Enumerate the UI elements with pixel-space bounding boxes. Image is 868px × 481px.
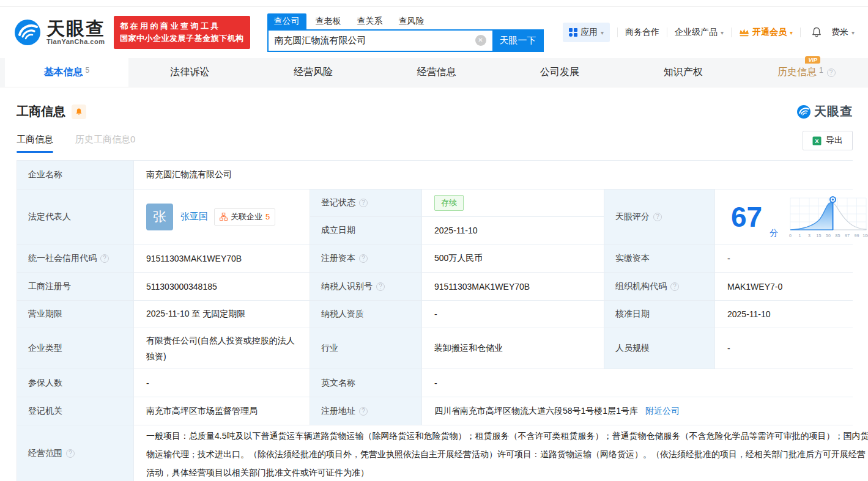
tab-history-count: 1: [819, 66, 823, 75]
field-label-business-scope: 经营范围 ?: [17, 425, 133, 481]
field-label-industry: 行业: [310, 328, 421, 369]
field-label-legal-rep: 法定代表人: [17, 189, 133, 244]
legal-rep-name-link[interactable]: 张亚国: [180, 211, 208, 222]
excel-icon: X: [812, 136, 822, 145]
tab-basic-info[interactable]: 基本信息 5: [5, 58, 128, 87]
slogan-line1: 都在用的商业查询工具: [120, 20, 244, 32]
chevron-down-icon: ▾: [790, 29, 793, 36]
chevron-down-icon: ▾: [851, 29, 855, 36]
top-strip: [0, 0, 868, 7]
field-label-insured-count: 参保人数: [17, 369, 133, 397]
search-button[interactable]: 天眼一下: [492, 29, 544, 52]
watermark-logo-icon: [796, 105, 811, 119]
field-value-insured-count: -: [134, 369, 310, 397]
nav-apps[interactable]: 应用 ▾: [563, 23, 610, 42]
vip-badge: VIP: [805, 56, 820, 64]
tab-operation[interactable]: 经营信息: [375, 58, 499, 87]
field-label-company-name: 企业名称: [17, 161, 133, 189]
field-value-reg-status: 存续: [422, 189, 604, 216]
field-label-english-name: 英文名称: [310, 369, 421, 397]
business-info-table: 企业名称 南充圆汇物流有限公司 法定代表人 张 张亚国 关联企业 5 登记状态 …: [17, 160, 853, 481]
field-label-taxpayer-quality: 纳税人资质: [310, 301, 421, 328]
tianyancha-logo[interactable]: 天眼查 TianYanCha.com: [13, 18, 105, 46]
field-label-credit-code: 统一社会信用代码 ?: [17, 244, 133, 272]
score-axis-ticks: 0 1 3 15 50 85 97 99 100: [789, 233, 868, 238]
nav-cooperation[interactable]: 商务合作: [625, 27, 659, 38]
field-label-tyc-score: 天眼评分 ?: [604, 189, 714, 244]
subtab-business-info[interactable]: 工商信息: [17, 134, 53, 153]
tianyancha-watermark: 天眼查: [796, 103, 853, 120]
legal-rep-avatar[interactable]: 张: [146, 204, 173, 230]
svg-text:15: 15: [817, 233, 822, 238]
field-label-staff-size: 人员规模: [604, 328, 714, 369]
nav-enterprise[interactable]: 企业级产品 ▾: [675, 27, 724, 38]
nav-user[interactable]: 费米 ▾: [831, 27, 855, 38]
help-icon[interactable]: ?: [827, 68, 836, 77]
brand-slogan: 都在用的商业查询工具 国家中小企业发展子基金旗下机构: [114, 16, 250, 49]
header: 天眼查 TianYanCha.com 都在用的商业查询工具 国家中小企业发展子基…: [0, 7, 868, 58]
help-icon[interactable]: ?: [670, 282, 679, 291]
subtab-history-business-info[interactable]: 历史工商信息0: [75, 134, 135, 153]
nearby-companies-link[interactable]: 附近公司: [645, 406, 680, 417]
field-label-taxpayer-id: 纳税人识别号 ?: [310, 273, 421, 300]
field-label-org-code: 组织机构代码 ?: [604, 273, 714, 300]
clear-search-icon[interactable]: ✕: [475, 35, 486, 46]
help-icon[interactable]: ?: [359, 407, 368, 416]
search-tab-boss[interactable]: 查老板: [309, 13, 348, 29]
svg-text:100: 100: [862, 233, 868, 238]
help-icon[interactable]: ?: [100, 254, 109, 263]
field-value-reg-capital: 500万人民币: [422, 244, 604, 272]
chevron-down-icon: ▾: [721, 29, 724, 36]
field-value-establish-date: 2025-11-10: [422, 217, 604, 244]
export-button[interactable]: X 导出: [803, 131, 853, 150]
brand-name: 天眼查: [46, 20, 105, 38]
tab-ip[interactable]: 知识产权: [621, 58, 745, 87]
field-value-tyc-score[interactable]: 67 分: [715, 189, 868, 244]
tab-risk-label: 经营风险: [294, 66, 333, 79]
field-label-establish-date: 成立日期: [310, 217, 421, 244]
svg-text:50: 50: [826, 233, 831, 238]
help-icon[interactable]: ?: [359, 254, 368, 263]
svg-text:X: X: [815, 138, 819, 144]
field-value-reg-authority: 南充市高坪区市场监督管理局: [134, 397, 310, 425]
slogan-line2: 国家中小企业发展子基金旗下机构: [120, 32, 244, 45]
search-type-tabs: 查公司 查老板 查关系 查风险: [267, 13, 544, 29]
nav-divider: [800, 28, 801, 37]
field-label-approval-date: 核准日期: [604, 301, 714, 328]
chevron-down-icon: ▾: [601, 29, 604, 36]
svg-text:97: 97: [845, 233, 850, 238]
subtab-row: 工商信息 历史工商信息0 X 导出: [17, 131, 853, 153]
nav-divider: [731, 28, 732, 37]
notifications-bell-icon[interactable]: [811, 26, 823, 39]
tab-legal[interactable]: 法律诉讼: [128, 58, 252, 87]
nav-open-member[interactable]: 开通会员 ▾: [739, 27, 793, 38]
field-value-legal-rep: 张 张亚国 关联企业 5: [134, 189, 310, 244]
apps-grid-icon: [569, 28, 577, 37]
field-value-english-name: -: [422, 369, 868, 397]
field-value-approval-date: 2025-11-10: [715, 301, 868, 328]
subscribe-bell-icon[interactable]: [72, 105, 86, 119]
search-tab-risk[interactable]: 查风险: [392, 13, 431, 29]
search-input[interactable]: [267, 29, 492, 52]
svg-text:3: 3: [808, 233, 811, 238]
help-icon[interactable]: ?: [653, 213, 662, 221]
field-label-reg-number: 工商注册号: [17, 273, 133, 300]
related-companies-badge[interactable]: 关联企业 5: [214, 208, 275, 226]
tab-development[interactable]: 公司发展: [498, 58, 621, 87]
search-block: 查公司 查老板 查关系 查风险 ✕ 天眼一下: [267, 13, 544, 52]
help-icon[interactable]: ?: [66, 449, 75, 458]
section-title: 工商信息: [17, 103, 65, 120]
field-value-industry: 装卸搬运和仓储业: [422, 328, 604, 369]
org-chart-icon: [220, 213, 228, 221]
tab-legal-label: 法律诉讼: [170, 66, 209, 79]
search-tab-company[interactable]: 查公司: [267, 13, 306, 29]
field-label-reg-address: 注册地址 ?: [310, 397, 421, 425]
crown-icon: [739, 28, 749, 37]
nav-divider: [667, 28, 667, 37]
tab-history[interactable]: 历史信息 VIP 1 ?: [744, 58, 868, 87]
header-nav: 应用 ▾ 商务合作 企业级产品 ▾ 开通会员 ▾: [563, 23, 855, 42]
help-icon[interactable]: ?: [359, 199, 368, 207]
help-icon[interactable]: ?: [376, 282, 385, 291]
tab-risk[interactable]: 经营风险: [251, 58, 375, 87]
search-tab-relation[interactable]: 查关系: [351, 13, 390, 29]
